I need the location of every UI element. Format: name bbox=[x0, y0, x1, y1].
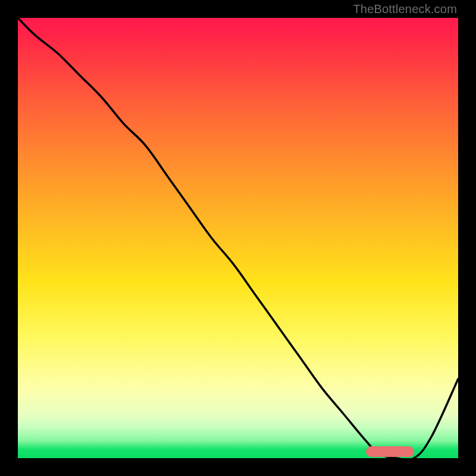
watermark-text: TheBottleneck.com bbox=[353, 2, 457, 16]
chart-frame: TheBottleneck.com bbox=[0, 0, 476, 476]
optimal-range-marker bbox=[366, 446, 414, 457]
bottleneck-curve bbox=[18, 18, 458, 458]
plot-area bbox=[18, 18, 458, 458]
